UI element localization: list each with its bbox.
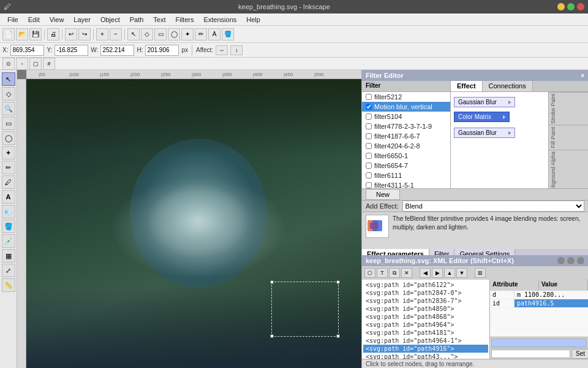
effect-canvas[interactable]: Gaussian Blur Color Matrix Gaussian Blur <box>451 92 588 188</box>
xml-tree-item-7[interactable]: <svg:path id="path4964-1"> <box>363 337 488 345</box>
affect-btn-2[interactable]: ↕ <box>230 45 243 55</box>
rect-tool[interactable]: ▭ <box>154 28 167 40</box>
menu-text[interactable]: Text <box>148 15 170 25</box>
tab-connections[interactable]: Connections <box>483 81 533 91</box>
effect-node-gaussian2[interactable]: Gaussian Blur <box>454 128 515 138</box>
gradient-tool-btn[interactable]: ▦ <box>2 249 15 263</box>
xml-delete-btn[interactable]: ✕ <box>401 268 412 278</box>
menu-view[interactable]: View <box>45 15 69 25</box>
fill-tool[interactable]: 🪣 <box>222 28 234 40</box>
connect-tool-btn[interactable]: ⤢ <box>2 264 15 277</box>
pencil-tool-btn[interactable]: ✏ <box>2 161 15 174</box>
select-tool[interactable]: ↖ <box>127 28 140 40</box>
filter-item-filter4187[interactable]: filter4187-6-6-7 <box>362 131 450 141</box>
effect-node-gaussian1[interactable]: Gaussian Blur <box>454 97 515 107</box>
filter-item-filter5212[interactable]: filter5212 <box>362 92 450 102</box>
filter-editor-close[interactable]: × <box>581 72 584 79</box>
print-button[interactable]: 🖨 <box>47 28 59 40</box>
filter-checkbox-filter4204[interactable] <box>366 143 372 149</box>
xml-tree-item-2[interactable]: <svg:path id="path2836-7"> <box>363 297 488 305</box>
text-tool-btn[interactable]: A <box>2 190 15 204</box>
filter-checkbox-filter6654[interactable] <box>366 163 372 169</box>
xml-tree-item-3[interactable]: <svg:path id="path4850"> <box>363 305 488 313</box>
snap-enable[interactable]: ⊙ <box>2 58 15 70</box>
measure-tool-btn[interactable]: 📏 <box>2 278 15 292</box>
fill-tool-btn[interactable]: 🪣 <box>2 220 15 233</box>
menu-help[interactable]: Help <box>241 15 265 25</box>
redo-button[interactable]: ↪ <box>78 28 91 40</box>
menu-file[interactable]: File <box>2 15 23 25</box>
canvas-content[interactable] <box>26 79 361 368</box>
menu-path[interactable]: Path <box>125 15 149 25</box>
filter-item-filter4311[interactable]: filter4311-5-1 <box>362 180 450 188</box>
filter-checkbox-filter6111[interactable] <box>366 172 372 178</box>
add-effect-select[interactable]: Blend ColorMatrix ComponentTransfer Comp… <box>402 201 584 212</box>
filter-checkbox-filter6650[interactable] <box>366 153 372 159</box>
xml-min-btn[interactable] <box>567 257 575 264</box>
filter-item-filter6650[interactable]: filter6650-1 <box>362 151 450 161</box>
xml-tree-item-6[interactable]: <svg:path id="path4181"> <box>363 329 488 337</box>
pen-tool-btn[interactable]: 🖊 <box>2 175 15 189</box>
canvas-area[interactable]: |50 |100 |150 |200 |250 |300 |350 |400 |… <box>17 70 361 368</box>
filter-checkbox-filter4778[interactable] <box>366 123 372 129</box>
filter-item-filter4778[interactable]: filter4778-2-3-7-1-9 <box>362 121 450 131</box>
spray-tool-btn[interactable]: 💨 <box>2 205 15 218</box>
filter-checkbox-filter4187[interactable] <box>366 133 372 139</box>
star-tool[interactable]: ✦ <box>181 28 194 40</box>
filter-item-filter6654[interactable]: filter6654-7 <box>362 161 450 171</box>
snap-grid[interactable]: # <box>43 58 55 70</box>
filter-checkbox-motion_blur_vertical[interactable] <box>366 104 372 110</box>
xml-set-button[interactable]: Set <box>571 349 588 359</box>
menu-layer[interactable]: Layer <box>69 15 96 25</box>
circle-tool[interactable]: ◯ <box>168 28 180 40</box>
node-tool[interactable]: ◇ <box>141 28 153 40</box>
xml-attr-row-0[interactable]: dm 1100.280... <box>490 291 588 299</box>
xml-new-text-btn[interactable]: T <box>377 268 388 278</box>
xml-duplicate-btn[interactable]: ⧉ <box>389 268 400 278</box>
filter-item-filter4204[interactable]: filter4204-6-2-8 <box>362 141 450 151</box>
xml-max-btn[interactable] <box>577 257 584 264</box>
xml-tree-item-8[interactable]: <svg:path id="path4916"> <box>363 345 488 353</box>
filter-item-filter6111[interactable]: filter6111 <box>362 171 450 180</box>
w-input[interactable] <box>100 45 134 56</box>
selection-handle[interactable] <box>271 282 339 337</box>
effect-node-colormatrix[interactable]: Color Matrix <box>454 112 510 122</box>
xml-prev-btn[interactable]: ◀ <box>420 268 431 278</box>
filter-item-filter5104[interactable]: filter5104 <box>362 112 450 121</box>
menu-edit[interactable]: Edit <box>23 15 45 25</box>
affect-btn-1[interactable]: ↔ <box>216 45 228 55</box>
undo-button[interactable]: ↩ <box>65 28 77 40</box>
rect-tool-btn[interactable]: ▭ <box>2 117 15 130</box>
xml-tree-item-9[interactable]: <svg:path id="path43..."> <box>363 353 488 359</box>
menu-filters[interactable]: Filters <box>171 15 199 25</box>
xml-down-btn[interactable]: ▼ <box>456 268 467 278</box>
tab-effect[interactable]: Effect <box>451 81 483 91</box>
filter-item-motion_blur_vertical[interactable]: Motion blur, vertical <box>362 102 450 112</box>
xml-new-element-btn[interactable]: ⬡ <box>364 268 375 278</box>
snap-nodes[interactable]: ◦ <box>16 58 28 70</box>
y-input[interactable] <box>55 45 88 56</box>
zoom-in-button[interactable]: + <box>96 28 108 40</box>
xml-close-btn[interactable] <box>557 257 565 264</box>
close-button[interactable] <box>577 3 584 10</box>
filter-checkbox-filter4311[interactable] <box>366 182 372 188</box>
snap-bbox[interactable]: ▢ <box>29 58 42 70</box>
minimize-button[interactable] <box>557 3 565 10</box>
xml-tree[interactable]: <svg:path id="path6122"><svg:path id="pa… <box>362 280 490 359</box>
selector-tool-btn[interactable]: ↖ <box>2 72 15 86</box>
star-tool-btn[interactable]: ✦ <box>2 146 15 159</box>
xml-tree-item-1[interactable]: <svg:path id="path2847-0"> <box>363 289 488 297</box>
menu-object[interactable]: Object <box>96 15 125 25</box>
open-button[interactable]: 📂 <box>16 28 28 40</box>
x-input[interactable] <box>10 45 44 56</box>
xml-unindent-btn[interactable]: ⊞ <box>475 268 486 278</box>
xml-up-btn[interactable]: ▲ <box>444 268 455 278</box>
maximize-button[interactable] <box>567 3 575 10</box>
new-button[interactable]: 📄 <box>2 28 15 40</box>
zoom-out-button[interactable]: − <box>110 28 122 40</box>
h-input[interactable] <box>145 45 179 56</box>
node-tool-btn[interactable]: ◇ <box>2 87 15 101</box>
xml-attr-value-input[interactable] <box>491 350 570 358</box>
menu-extensions[interactable]: Extensions <box>198 15 241 25</box>
xml-tree-item-4[interactable]: <svg:path id="path4868"> <box>363 313 488 321</box>
